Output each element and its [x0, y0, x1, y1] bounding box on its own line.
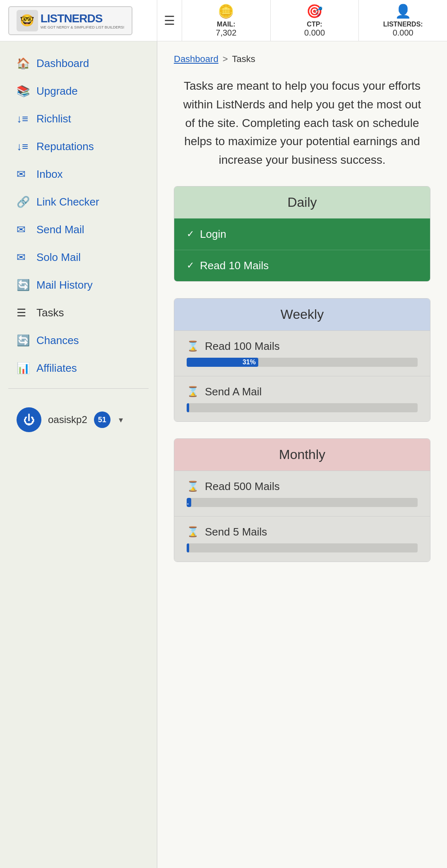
task-item-daily-1: ✓ Read 10 Mails	[174, 250, 430, 281]
send-mail-icon: ✉	[17, 223, 31, 236]
progress-bar-fill	[187, 543, 189, 552]
sidebar-item-tasks[interactable]: ☰ Tasks	[0, 299, 157, 327]
hourglass-icon: ⌛	[187, 340, 199, 352]
sidebar-item-solo-mail[interactable]: ✉ Solo Mail	[0, 244, 157, 271]
stat-listnerds: 👤 LISTNERDS: 0.000	[359, 0, 447, 41]
breadcrumb-parent[interactable]: Dashboard	[174, 54, 219, 65]
logo-text: LISTNERDS	[41, 12, 125, 25]
task-item-weekly-0: ⌛ Read 100 Mails 31%	[174, 330, 430, 376]
sidebar-item-label: Tasks	[36, 306, 64, 319]
hourglass-icon: ⌛	[187, 526, 199, 538]
header-stats: 🪙 MAIL: 7,302 🎯 CTP: 0.000 👤 LISTNERDS: …	[182, 0, 447, 41]
main-content: Dashboard > Tasks Tasks are meant to hel…	[157, 41, 447, 868]
sidebar-item-label: Reputations	[36, 140, 94, 153]
solo-mail-icon: ✉	[17, 251, 31, 264]
sidebar-item-richlist[interactable]: ↓≡ Richlist	[0, 105, 157, 133]
link-checker-icon: 🔗	[17, 196, 31, 208]
task-item-monthly-0: ⌛ Read 500 Mails 10.	[174, 471, 430, 516]
task-section-monthly: Monthly ⌛ Read 500 Mails 10. ⌛	[174, 438, 430, 562]
progress-label: 10.	[187, 499, 189, 506]
username: oasiskp2	[48, 414, 87, 426]
sidebar-item-affiliates[interactable]: 📊 Affiliates	[0, 354, 157, 382]
breadcrumb: Dashboard > Tasks	[174, 54, 430, 65]
listnerds-icon: 👤	[395, 3, 411, 19]
top-header: 🤓 LISTNERDS WE GOT NERDY & SIMPLIFIED LI…	[0, 0, 447, 41]
task-label: Send 5 Mails	[205, 526, 267, 538]
check-icon: ✓	[187, 260, 194, 271]
richlist-icon: ↓≡	[17, 112, 31, 125]
hourglass-icon: ⌛	[187, 386, 199, 397]
progress-label: 31%	[243, 359, 256, 366]
tasks-icon: ☰	[17, 306, 31, 319]
mail-history-icon: 🔄	[17, 279, 31, 292]
user-badge: 51	[94, 411, 111, 428]
ctp-value: 0.000	[304, 28, 325, 38]
ctp-icon: 🎯	[306, 3, 323, 19]
dashboard-icon: 🏠	[17, 57, 31, 70]
stat-mail: 🪙 MAIL: 7,302	[182, 0, 271, 41]
task-label: Login	[200, 228, 226, 241]
sidebar-item-label: Send Mail	[36, 223, 84, 236]
sidebar-item-reputations[interactable]: ↓≡ Reputations	[0, 133, 157, 160]
intro-text: Tasks are meant to help you focus your e…	[174, 77, 430, 170]
progress-bar-fill: 10.	[187, 498, 191, 507]
sidebar-item-send-mail[interactable]: ✉ Send Mail	[0, 216, 157, 244]
mail-value: 7,302	[216, 28, 236, 38]
listnerds-value: 0.000	[393, 28, 413, 38]
sidebar-item-mail-history[interactable]: 🔄 Mail History	[0, 271, 157, 299]
section-header-daily: Daily	[174, 187, 430, 218]
check-icon: ✓	[187, 229, 194, 239]
task-label: Read 10 Mails	[200, 259, 269, 272]
task-title: ⌛ Read 100 Mails	[187, 340, 418, 353]
reputations-icon: ↓≡	[17, 140, 31, 153]
section-header-monthly: Monthly	[174, 439, 430, 471]
task-label: Send A Mail	[205, 385, 262, 398]
logo-tagline: WE GOT NERDY & SIMPLIFIED LIST BUILDERS!	[41, 25, 125, 29]
sidebar-item-label: Solo Mail	[36, 251, 81, 264]
sidebar-divider	[8, 388, 149, 389]
progress-bar-container: 31%	[187, 358, 418, 367]
sidebar-item-chances[interactable]: 🔄 Chances	[0, 327, 157, 354]
task-section-weekly: Weekly ⌛ Read 100 Mails 31% ⌛	[174, 298, 430, 422]
section-header-weekly: Weekly	[174, 299, 430, 330]
sidebar: 🏠 Dashboard 📚 Upgrade ↓≡ Richlist ↓≡ Rep…	[0, 41, 157, 868]
logo: 🤓 LISTNERDS WE GOT NERDY & SIMPLIFIED LI…	[8, 6, 132, 35]
progress-bar-container	[187, 403, 418, 412]
sidebar-item-label: Upgrade	[36, 85, 78, 98]
mail-icon: 🪙	[218, 3, 234, 19]
upgrade-icon: 📚	[17, 85, 31, 98]
progress-bar-container: 10.	[187, 498, 418, 507]
listnerds-label: LISTNERDS:	[383, 21, 423, 28]
task-title: ⌛ Send 5 Mails	[187, 526, 418, 538]
hourglass-icon: ⌛	[187, 481, 199, 492]
task-item-weekly-1: ⌛ Send A Mail	[174, 376, 430, 421]
sidebar-item-label: Chances	[36, 334, 79, 347]
sidebar-item-label: Affiliates	[36, 362, 77, 375]
sidebar-item-label: Link Checker	[36, 196, 99, 208]
sidebar-item-inbox[interactable]: ✉ Inbox	[0, 160, 157, 188]
stat-ctp: 🎯 CTP: 0.000	[271, 0, 359, 41]
affiliates-icon: 📊	[17, 362, 31, 375]
task-label: Read 500 Mails	[205, 480, 280, 493]
sidebar-item-label: Dashboard	[36, 57, 89, 70]
sidebar-item-upgrade[interactable]: 📚 Upgrade	[0, 77, 157, 105]
sidebar-item-link-checker[interactable]: 🔗 Link Checker	[0, 188, 157, 216]
logo-area: 🤓 LISTNERDS WE GOT NERDY & SIMPLIFIED LI…	[0, 0, 157, 41]
task-section-daily: Daily ✓ Login ✓ Read 10 Mails	[174, 186, 430, 282]
breadcrumb-separator: >	[223, 54, 228, 65]
task-label: Read 100 Mails	[205, 340, 280, 353]
mail-label: MAIL:	[217, 21, 235, 28]
sidebar-item-label: Richlist	[36, 112, 71, 125]
avatar: ⏻	[17, 407, 41, 432]
sidebar-item-label: Inbox	[36, 168, 63, 181]
dropdown-arrow-icon[interactable]: ▾	[119, 415, 123, 425]
progress-bar-container	[187, 543, 418, 552]
hamburger-button[interactable]: ☰	[157, 0, 182, 41]
sidebar-item-label: Mail History	[36, 279, 93, 292]
breadcrumb-current: Tasks	[232, 54, 255, 65]
sidebar-item-dashboard[interactable]: 🏠 Dashboard	[0, 50, 157, 77]
ctp-label: CTP:	[307, 21, 322, 28]
task-title: ⌛ Read 500 Mails	[187, 480, 418, 493]
task-item-monthly-1: ⌛ Send 5 Mails	[174, 516, 430, 562]
user-area[interactable]: ⏻ oasiskp2 51 ▾	[0, 399, 157, 440]
